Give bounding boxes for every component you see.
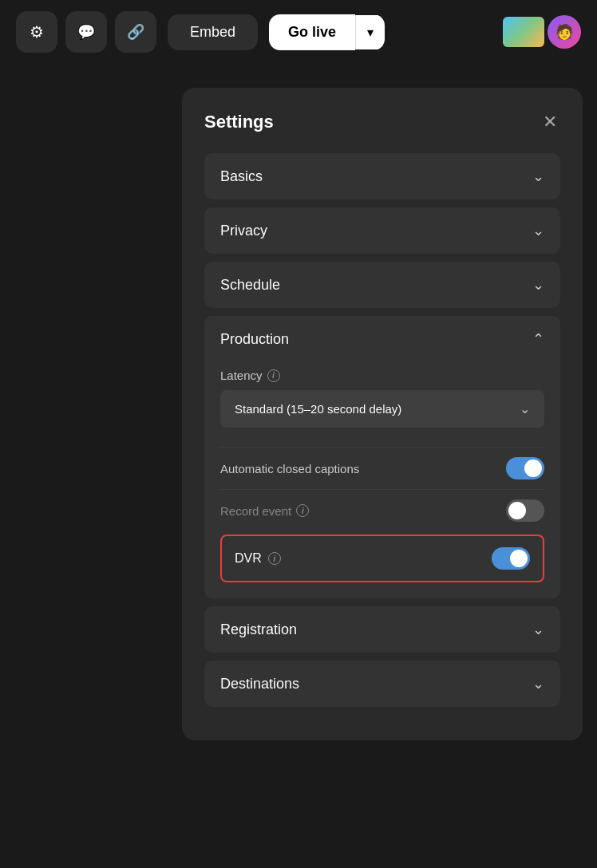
chevron-up-icon: ⌃: [532, 330, 544, 348]
avatar-icon: 🧑: [555, 23, 573, 41]
embed-button[interactable]: Embed: [168, 14, 258, 50]
destinations-section: Destinations ⌄: [204, 661, 560, 707]
basics-section: Basics ⌄: [204, 153, 560, 199]
latency-value: Standard (15–20 second delay): [235, 402, 401, 416]
privacy-label: Privacy: [220, 223, 267, 239]
toggle-knob: [508, 502, 526, 519]
registration-accordion-header[interactable]: Registration ⌄: [204, 606, 560, 653]
dvr-row: DVR i: [220, 535, 544, 582]
basics-label: Basics: [220, 168, 263, 185]
production-label: Production: [220, 331, 289, 348]
destinations-label: Destinations: [220, 676, 299, 692]
latency-text: Latency: [220, 369, 263, 382]
production-accordion-header[interactable]: Production ⌃: [204, 316, 560, 362]
schedule-accordion-header[interactable]: Schedule ⌄: [204, 262, 560, 308]
latency-info-icon[interactable]: i: [267, 369, 280, 382]
gear-icon: ⚙: [30, 22, 44, 41]
schedule-label: Schedule: [220, 277, 280, 294]
privacy-accordion-header[interactable]: Privacy ⌄: [204, 207, 560, 254]
schedule-section: Schedule ⌄: [204, 262, 560, 308]
comment-button[interactable]: 💬: [65, 11, 107, 53]
registration-label: Registration: [220, 621, 297, 638]
go-live-group: Go live ▾: [269, 14, 385, 50]
chevron-down-icon: ⌄: [532, 276, 544, 294]
latency-dropdown[interactable]: Standard (15–20 second delay) ⌄: [220, 390, 544, 428]
go-live-dropdown-button[interactable]: ▾: [355, 15, 385, 49]
avatar[interactable]: 🧑: [548, 15, 581, 49]
record-event-row: Record event i: [220, 489, 544, 531]
chevron-down-icon: ⌄: [520, 401, 530, 416]
gear-button[interactable]: ⚙: [16, 11, 57, 53]
record-event-label: Record event i: [220, 504, 309, 518]
toggle-knob: [524, 460, 542, 477]
toggle-knob: [510, 550, 528, 567]
dvr-toggle[interactable]: [492, 547, 530, 570]
chevron-down-icon: ▾: [367, 26, 374, 39]
production-body: Latency i Standard (15–20 second delay) …: [204, 362, 560, 598]
avatar-group: 🧑: [503, 15, 581, 49]
stream-thumbnail: [503, 17, 544, 47]
record-event-info-icon[interactable]: i: [296, 504, 309, 517]
privacy-section: Privacy ⌄: [204, 207, 560, 254]
settings-title: Settings: [204, 112, 274, 132]
auto-captions-row: Automatic closed captions: [220, 447, 544, 489]
comment-icon: 💬: [77, 23, 95, 41]
settings-panel: Settings ✕ Basics ⌄ Privacy ⌄ Schedule ⌄…: [182, 88, 583, 740]
basics-accordion-header[interactable]: Basics ⌄: [204, 153, 560, 199]
dvr-label: DVR i: [235, 551, 281, 566]
close-button[interactable]: ✕: [540, 110, 560, 134]
dvr-info-icon[interactable]: i: [268, 552, 281, 565]
auto-captions-toggle[interactable]: [506, 457, 544, 479]
settings-header: Settings ✕: [204, 110, 560, 134]
chevron-down-icon: ⌄: [532, 222, 544, 239]
auto-captions-label: Automatic closed captions: [220, 462, 359, 475]
topbar: ⚙ 💬 🔗 Embed Go live ▾ 🧑: [0, 0, 597, 64]
destinations-accordion-header[interactable]: Destinations ⌄: [204, 661, 560, 707]
go-live-button[interactable]: Go live: [269, 14, 355, 50]
record-event-toggle[interactable]: [506, 499, 544, 522]
latency-label: Latency i: [220, 369, 544, 382]
link-icon: 🔗: [127, 23, 144, 41]
chevron-down-icon: ⌄: [532, 168, 544, 185]
chevron-down-icon: ⌄: [532, 621, 544, 638]
link-button[interactable]: 🔗: [115, 11, 156, 53]
registration-section: Registration ⌄: [204, 606, 560, 653]
chevron-down-icon: ⌄: [532, 675, 544, 692]
production-section: Production ⌃ Latency i Standard (15–20 s…: [204, 316, 560, 598]
